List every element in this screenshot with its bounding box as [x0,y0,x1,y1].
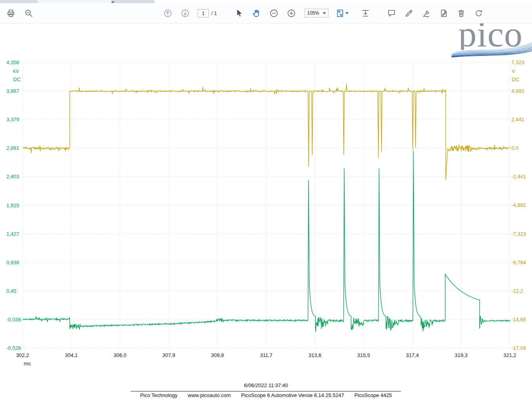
hand-icon [252,9,261,18]
left-axis-tick-label: -0,038 [6,317,21,323]
browser-tab-strip [0,0,532,3]
marquee-zoom-button[interactable] [23,8,34,19]
rotate-icon [474,9,483,18]
right-axis-tick-label: 0,0 [511,145,519,151]
x-axis-unit: ms [24,361,31,367]
footer-company: Pico Technology [140,392,177,398]
print-button[interactable] [5,8,16,19]
arrow-up-circle-icon [163,9,172,18]
footer: Pico Technology www.picoauto.com PicoSco… [0,392,532,398]
tab-notch-icon [111,1,114,3]
footer-divider [131,391,401,391]
rotate-button[interactable] [473,8,484,19]
x-axis-tick-label: 319,3 [452,352,471,358]
fit-page-icon [336,9,345,18]
right-axis-coupling: DC [512,76,519,82]
speech-bubble-icon [387,9,396,18]
plus-circle-icon [287,9,296,18]
select-tool-button[interactable] [233,8,244,19]
x-axis-tick-label: 306,0 [111,352,130,358]
x-axis-tick-label: 302,2 [13,352,32,358]
x-axis-tick-label: 315,5 [354,352,373,358]
left-axis-unit: kV [13,68,19,74]
capture-timestamp: 6/06/2022 11:37:40 [0,382,532,388]
right-axis-tick-label: -12,2 [511,288,523,294]
left-axis-coupling: DC [13,76,21,82]
left-axis-tick-label: 2,403 [6,174,19,179]
left-axis-tick-label: 3,379 [6,116,19,122]
page-number-input[interactable] [198,9,209,17]
printer-icon [6,9,15,18]
comment-button[interactable] [386,8,397,19]
magnifier-minus-icon [24,9,33,18]
waveform-chart-canvas [0,0,532,399]
right-axis-unit: V [512,68,515,74]
right-axis-tick-label: -4,882 [511,202,526,208]
footer-software-version: PicoScope 6 Automotive Versie 6.14.25.52… [241,392,344,398]
x-axis-tick-label: 313,6 [305,352,324,358]
pencil-icon [404,9,414,18]
left-axis-tick-label: 0,938 [6,260,19,265]
pico-logo-wave-icon [452,40,532,59]
fit-width-icon [361,9,370,18]
right-axis-tick-label: -7,323 [511,231,526,237]
left-axis-tick-label: -0,526 [6,345,21,351]
zoom-in-button[interactable] [286,8,297,19]
chevron-down-icon [323,12,326,14]
x-axis-tick-label: 317,4 [403,352,422,358]
page-count-label: / 1 [211,10,217,16]
tab-remnant-highlight [38,0,111,3]
left-axis-tick-label: 2,891 [6,145,19,151]
x-axis-tick-label: 321,2 [500,352,519,358]
signature-pen-icon [422,9,431,18]
x-axis-tick-label: 311,7 [257,352,276,358]
right-axis-tick-label: -9,764 [511,260,526,265]
arrow-down-circle-icon [181,9,190,18]
zoom-out-button[interactable] [268,8,279,19]
x-axis-tick-label: 304,1 [62,352,81,358]
footer-scope-model: PicoScope 4425 [355,392,392,398]
x-axis-tick-label: 307,9 [159,352,178,358]
fit-page-button[interactable] [336,8,351,19]
cursor-arrow-icon [235,9,244,18]
right-axis-tick-label: -17,09 [511,345,526,351]
page-edit-icon [439,9,448,18]
right-axis-tick-label: 4,882 [511,88,524,94]
left-axis-tick-label: 4,356 [6,59,19,65]
delete-button[interactable] [456,8,467,19]
edit-page-button[interactable] [438,8,449,19]
zoom-level-label: 105% [307,10,319,16]
footer-website: www.picoauto.com [188,392,231,398]
trash-icon [457,9,466,18]
next-page-button[interactable] [179,8,191,19]
left-axis-tick-label: 0,45 [6,288,16,294]
hand-tool-button[interactable] [251,8,262,19]
right-axis-tick-label: -14,65 [511,317,526,323]
zoom-level-dropdown[interactable]: 105% [305,9,328,17]
minus-circle-icon [269,9,278,18]
chevron-down-icon [345,12,349,14]
fit-width-button[interactable] [360,8,371,19]
highlight-button[interactable] [403,8,414,19]
pdf-toolbar: / 1 105% [0,3,532,23]
previous-page-button[interactable] [162,8,173,19]
chart-area: kV DC V DC ms 4,3563,8673,3792,8912,4031… [0,0,532,399]
signature-button[interactable] [421,8,432,19]
x-axis-tick-label: 309,8 [208,352,227,358]
left-axis-tick-label: 1,915 [6,202,19,208]
right-axis-tick-label: 7,323 [511,59,524,65]
right-axis-tick-label: 2,441 [511,116,524,122]
right-axis-tick-label: -2,441 [511,174,526,179]
left-axis-tick-label: 1,427 [6,231,19,237]
left-axis-tick-label: 3,867 [6,88,19,94]
